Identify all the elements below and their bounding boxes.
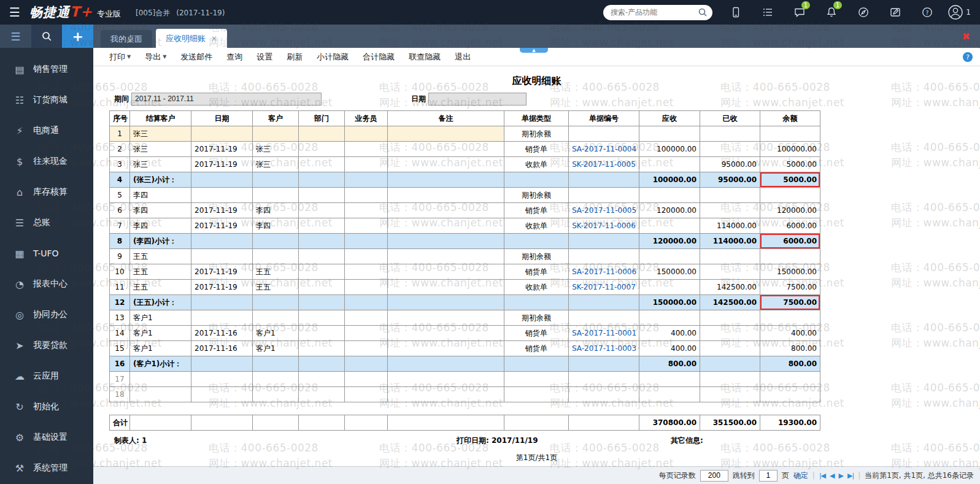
cell: 李四 [253, 218, 299, 234]
feedback-icon[interactable] [879, 6, 911, 18]
toolbar-button[interactable]: 发送邮件 [180, 52, 212, 63]
confirm-jump-button[interactable]: 确定 [793, 471, 808, 481]
table-row: 14客户12017-11-16客户1销货单SA-2017-11-0001400.… [110, 326, 820, 341]
cell [345, 372, 388, 387]
sidebar-item-t-ufo[interactable]: ▦T-UFO [0, 238, 93, 269]
document-link[interactable]: SK-2017-11-0007 [572, 283, 636, 291]
period-input[interactable] [131, 93, 322, 106]
tab-my-desktop[interactable]: 我的桌面 [101, 30, 152, 48]
document-link[interactable]: SA-2017-11-0004 [572, 145, 636, 153]
sidebar-item-collaboration[interactable]: ◎协同办公 [0, 299, 93, 330]
last-page-icon[interactable]: ▶| [847, 472, 854, 480]
sidebar-item-report-center[interactable]: ◔报表中心 [0, 269, 93, 299]
report-help-icon[interactable]: ? [963, 52, 973, 62]
prev-page-icon[interactable]: ◀ [830, 472, 834, 480]
cell: 6 [110, 203, 130, 218]
nav-menu-icon[interactable]: ☰ [0, 25, 31, 48]
cell [253, 387, 299, 402]
sidebar-item-initialization[interactable]: ↻初始化 [0, 391, 93, 422]
nav-search-icon[interactable] [31, 25, 63, 48]
task-list-icon[interactable] [752, 6, 784, 18]
sidebar-item-sales-management[interactable]: ▤销售管理 [0, 54, 93, 85]
first-page-icon[interactable]: |◀ [819, 472, 825, 480]
per-page-input[interactable] [700, 470, 728, 482]
report-table: 序号结算客户日期客户部门业务员备注单据类型单据编号应收已收余额1张三期初余额2张… [109, 110, 820, 402]
topbar-actions: 1 1 ? 1 [603, 4, 980, 20]
total-row: 合计370800.00351500.0019300.00 [110, 415, 820, 431]
highlighted-balance-cell: 5000.00 [760, 172, 820, 188]
toolbar-button[interactable]: 合计隐藏 [363, 52, 395, 63]
tab-receivable-detail[interactable]: 应收明细账 ✕ [156, 29, 227, 48]
toolbar-button[interactable]: 退出 [455, 52, 471, 63]
help-icon[interactable]: ? [911, 6, 943, 18]
report-body: 应收明细账 期间 日期 序号结算客户日期客户部门业务员备注单据类型单据编号应收已… [93, 66, 980, 466]
document-link[interactable]: SA-2017-11-0006 [572, 267, 636, 276]
table-row: 9王五期初余额 [110, 249, 820, 264]
sidebar-item-general-ledger[interactable]: ☰总账 [0, 207, 93, 238]
toolbar-items: 打印▼导出▼发送邮件查询设置刷新小计隐藏合计隐藏联查隐藏退出 [109, 52, 485, 63]
sidebar-item-order-mall[interactable]: ☷订货商城 [0, 85, 93, 115]
document-link[interactable]: SA-2017-11-0003 [572, 344, 636, 353]
cell [569, 310, 639, 326]
sidebar-item-current-cash[interactable]: $往来现金 [0, 146, 93, 177]
sidebar-item-system-admin[interactable]: ⚒系统管理 [0, 453, 93, 483]
dropdown-caret-icon: ▼ [127, 54, 131, 60]
cell: 王五 [130, 264, 191, 280]
header-row: 序号结算客户日期客户部门业务员备注单据类型单据编号应收已收余额 [110, 111, 820, 126]
cell [639, 126, 700, 142]
tab-close-icon[interactable]: ✕ [211, 34, 217, 43]
collapse-panel-handle[interactable]: ▲ [520, 48, 548, 53]
toolbar-button[interactable]: 查询 [226, 52, 242, 63]
cell [191, 234, 253, 249]
document-link[interactable]: SA-2017-11-0005 [572, 206, 636, 215]
notification-bell-icon[interactable]: 1 [816, 6, 847, 18]
cell [639, 310, 700, 326]
cell: 李四 [253, 203, 299, 218]
toolbar-button[interactable]: 联查隐藏 [409, 52, 441, 63]
cell [388, 280, 504, 295]
service-compass-icon[interactable] [847, 6, 879, 18]
sidebar-item-loan[interactable]: ➤我要贷款 [0, 330, 93, 361]
cell [299, 310, 345, 326]
cell [760, 387, 820, 402]
toolbar-button[interactable]: 导出▼ [145, 52, 166, 63]
document-link[interactable]: SK-2017-11-0006 [572, 221, 636, 230]
cell [388, 126, 504, 142]
column-header: 单据编号 [569, 111, 639, 126]
jump-page-input[interactable] [759, 470, 777, 482]
toolbar-button[interactable]: 小计隐藏 [317, 52, 349, 63]
cell: 期初余额 [504, 188, 569, 203]
cell [299, 387, 345, 402]
sidebar-item-cloud-app[interactable]: ☁云应用 [0, 361, 93, 391]
toolbar-button[interactable]: 设置 [257, 52, 272, 63]
mobile-app-icon[interactable] [720, 6, 752, 18]
sidebar-item-inventory-accounting[interactable]: ⌂库存核算 [0, 177, 93, 207]
document-link[interactable]: SA-2017-11-0001 [572, 329, 636, 337]
cell [388, 234, 504, 249]
search-icon[interactable] [698, 7, 708, 17]
date-input[interactable] [428, 93, 527, 106]
user-avatar[interactable]: 1 [943, 4, 975, 20]
message-icon[interactable]: 1 [784, 6, 816, 18]
close-all-tabs-icon[interactable]: ✖ [962, 31, 970, 42]
cell: 11 [110, 280, 130, 295]
search-input[interactable] [611, 8, 698, 17]
column-header: 日期 [191, 111, 253, 126]
sidebar-item-basic-settings[interactable]: ⚙基础设置 [0, 422, 93, 453]
dropdown-caret-icon: ▼ [163, 54, 166, 60]
new-tab-icon[interactable]: + [62, 25, 93, 48]
product-search[interactable] [603, 5, 712, 20]
page-info: 第1页/共1页 [93, 453, 980, 463]
sidebar-item-ecommerce[interactable]: ⚡电商通 [0, 115, 93, 146]
hamburger-menu-icon[interactable]: ☰ [0, 5, 29, 20]
toolbar-button[interactable]: 打印▼ [109, 52, 131, 63]
sidebar-item-label: 总账 [33, 217, 50, 228]
cell [388, 356, 504, 372]
cell: 王五 [253, 280, 299, 295]
sidebar-item-label: 销售管理 [33, 64, 68, 75]
document-link[interactable]: SK-2017-11-0005 [572, 160, 636, 169]
next-page-icon[interactable]: ▶ [839, 472, 843, 480]
cell: 2017-11-19 [191, 264, 253, 280]
cell: 张三 [130, 142, 191, 157]
toolbar-button[interactable]: 刷新 [287, 52, 303, 63]
